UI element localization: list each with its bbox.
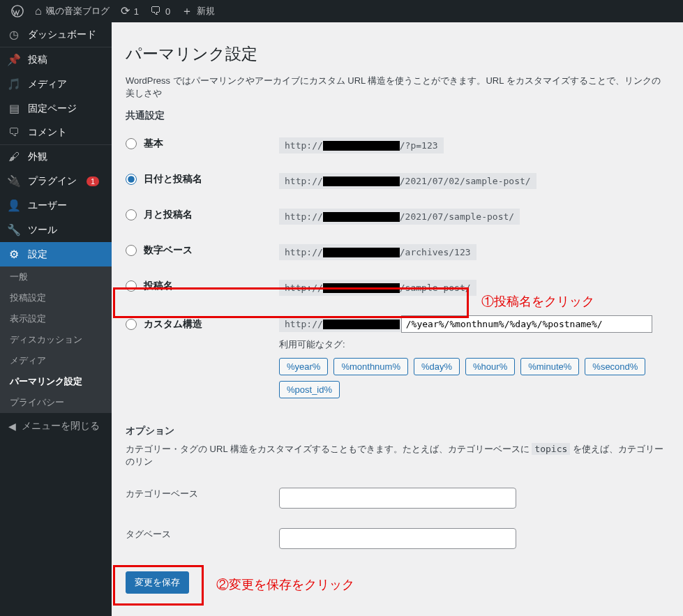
example-post-name: http:///sample-post/ [279, 280, 476, 296]
menu-media[interactable]: 🎵メディア [0, 72, 112, 96]
permalink-options-table: 基本 http:///?p=123 日付と投稿名 http:///2021/07… [126, 128, 669, 408]
admin-sidebar: ◷ダッシュボード 📌投稿 🎵メディア ▤固定ページ 🗨コメント 🖌外観 🔌プラグ… [0, 22, 112, 616]
tag-day[interactable]: %day% [414, 358, 460, 375]
custom-structure-input[interactable] [401, 315, 652, 333]
tag-minute[interactable]: %minute% [520, 358, 579, 375]
label-month-name: 月と投稿名 [144, 209, 193, 221]
comments-count: 0 [165, 6, 170, 17]
optional-heading: オプション [126, 425, 669, 437]
radio-date-name[interactable] [126, 174, 137, 185]
tag-hour[interactable]: %hour% [465, 358, 515, 375]
collapse-menu[interactable]: ◀メニューを閉じる [0, 413, 112, 440]
example-month-name: http:///2021/07/sample-post/ [279, 209, 520, 225]
site-name: 颯の音楽ブログ [46, 5, 110, 17]
tag-second[interactable]: %second% [585, 358, 645, 375]
menu-plugins[interactable]: 🔌プラグイン1 [0, 169, 112, 193]
plus-icon: ＋ [181, 6, 193, 17]
label-date-name: 日付と投稿名 [144, 173, 202, 186]
plugins-badge: 1 [87, 176, 99, 186]
menu-posts[interactable]: 📌投稿 [0, 47, 112, 72]
radio-month-name[interactable] [126, 209, 137, 220]
example-plain: http:///?p=123 [279, 137, 444, 153]
save-button[interactable]: 変更を保存 [126, 571, 189, 594]
brush-icon: 🖌 [7, 151, 21, 163]
comments-link[interactable]: 🗨 0 [144, 6, 176, 17]
dashboard-icon: ◷ [7, 28, 21, 41]
example-numeric: http:///archives/123 [279, 244, 476, 260]
available-tags-label: 利用可能なタグ: [279, 338, 669, 351]
tag-base-input[interactable] [279, 528, 516, 549]
category-base-label: カテゴリーベース [126, 488, 198, 499]
page-intro: WordPress ではパーマリンクやアーカイブにカスタム URL 構造を使うこ… [126, 75, 669, 100]
label-post-name: 投稿名 [144, 280, 173, 292]
wrench-icon: 🔧 [7, 223, 21, 236]
radio-plain[interactable] [126, 138, 137, 149]
sliders-icon: ⚙ [7, 248, 21, 261]
plugin-icon: 🔌 [7, 174, 21, 188]
radio-numeric[interactable] [126, 245, 137, 256]
submenu-privacy[interactable]: プライバシー [0, 392, 112, 413]
submenu-general[interactable]: 一般 [0, 266, 112, 287]
collapse-icon: ◀ [8, 421, 16, 432]
page-title: パーマリンク設定 [126, 43, 669, 65]
custom-prefix: http:// [279, 316, 401, 332]
submenu-permalink[interactable]: パーマリンク設定 [0, 371, 112, 392]
menu-users[interactable]: 👤ユーザー [0, 193, 112, 218]
menu-appearance[interactable]: 🖌外観 [0, 144, 112, 169]
example-date-name: http:///2021/07/02/sample-post/ [279, 173, 536, 189]
admin-toolbar: ⌂ 颯の音楽ブログ ⟳ 1 🗨 0 ＋ 新規 [0, 0, 683, 22]
tag-monthnum[interactable]: %monthnum% [333, 358, 408, 375]
comment-icon: 🗨 [7, 126, 21, 139]
user-icon: 👤 [7, 199, 21, 212]
settings-submenu: 一般 投稿設定 表示設定 ディスカッション メディア パーマリンク設定 プライバ… [0, 266, 112, 413]
tag-post-id[interactable]: %post_id% [279, 381, 340, 398]
home-icon: ⌂ [35, 6, 42, 17]
available-tags: %year% %monthnum% %day% %hour% %minute% … [279, 358, 669, 398]
submenu-reading[interactable]: 表示設定 [0, 308, 112, 329]
label-numeric: 数字ベース [144, 244, 193, 257]
menu-pages[interactable]: ▤固定ページ [0, 96, 112, 121]
tag-base-label: タグベース [126, 529, 171, 539]
category-base-input[interactable] [279, 488, 516, 509]
new-label: 新規 [197, 5, 215, 17]
menu-dashboard[interactable]: ◷ダッシュボード [0, 22, 112, 47]
updates-count: 1 [134, 6, 139, 17]
wp-logo-icon[interactable] [6, 5, 29, 17]
submenu-discussion[interactable]: ディスカッション [0, 329, 112, 350]
menu-comments[interactable]: 🗨コメント [0, 121, 112, 144]
submenu-writing[interactable]: 投稿設定 [0, 287, 112, 308]
label-custom: カスタム構造 [144, 318, 202, 331]
radio-custom[interactable] [126, 319, 137, 330]
new-content-link[interactable]: ＋ 新規 [176, 5, 220, 17]
tag-year[interactable]: %year% [279, 358, 328, 375]
page-icon: ▤ [7, 102, 21, 115]
refresh-icon: ⟳ [121, 6, 130, 17]
label-plain: 基本 [144, 137, 163, 150]
common-settings-heading: 共通設定 [126, 110, 669, 122]
updates-link[interactable]: ⟳ 1 [115, 6, 144, 17]
comment-icon: 🗨 [150, 6, 161, 17]
site-name-link[interactable]: ⌂ 颯の音楽ブログ [29, 5, 115, 17]
optional-desc: カテゴリー・タグの URL 構造をカスタマイズすることもできます。たとえば、カテ… [126, 443, 669, 468]
menu-tools[interactable]: 🔧ツール [0, 218, 112, 242]
radio-post-name[interactable] [126, 280, 137, 292]
submenu-media[interactable]: メディア [0, 350, 112, 371]
page-content: パーマリンク設定 WordPress ではパーマリンクやアーカイブにカスタム U… [112, 22, 683, 616]
pin-icon: 📌 [7, 53, 21, 66]
media-icon: 🎵 [7, 77, 21, 91]
menu-settings[interactable]: ⚙設定 [0, 242, 112, 266]
